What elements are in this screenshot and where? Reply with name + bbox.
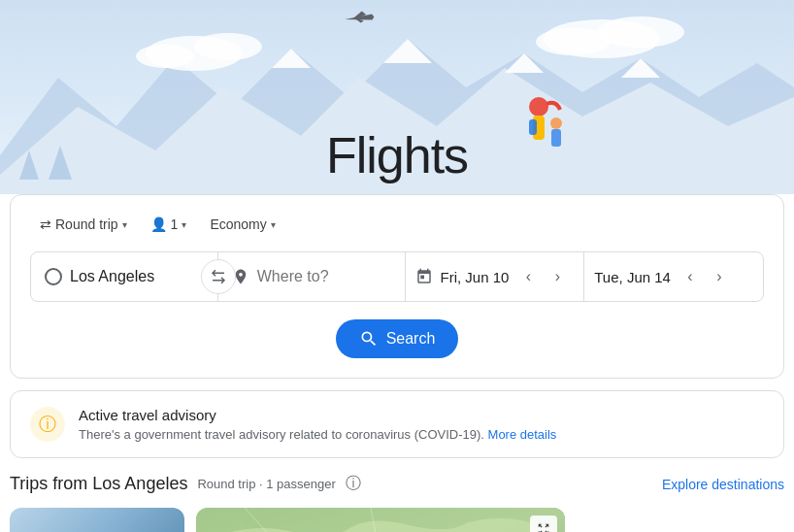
person-icon: 👤 [150, 216, 167, 232]
return-date-label: Tue, Jun 14 [594, 269, 671, 285]
depart-date-nav: ‹ › [514, 263, 571, 290]
depart-date-label: Fri, Jun 10 [441, 269, 510, 285]
cabin-class-chevron: ▾ [271, 219, 276, 230]
trips-section: Trips from Los Angeles Round trip · 1 pa… [0, 474, 794, 532]
swap-icon: ⇄ [40, 216, 51, 232]
trip-type-chevron: ▾ [122, 219, 127, 230]
depart-next-button[interactable]: › [544, 263, 571, 290]
advisory-content: Active travel advisory There's a governm… [79, 407, 556, 442]
hero-section: Flights [0, 0, 794, 194]
expand-icon [537, 522, 550, 532]
search-panel: ⇄ Round trip ▾ 👤 1 ▾ Economy ▾ [10, 194, 784, 379]
return-date-nav: ‹ › [677, 263, 733, 290]
passengers-label: 1 [171, 216, 179, 232]
trips-title-group: Trips from Los Angeles Round trip · 1 pa… [10, 474, 361, 494]
map-svg [196, 508, 565, 532]
origin-icon [45, 268, 62, 285]
svg-point-10 [194, 33, 262, 60]
origin-input-group[interactable] [31, 252, 218, 301]
search-options-row: ⇄ Round trip ▾ 👤 1 ▾ Economy ▾ [30, 211, 764, 238]
trips-meta: Round trip · 1 passenger [197, 477, 335, 491]
depart-prev-button[interactable]: ‹ [514, 263, 542, 290]
svg-point-19 [529, 97, 548, 116]
destination-input[interactable] [257, 268, 391, 285]
passengers-chevron: ▾ [182, 219, 186, 230]
explore-destinations-link[interactable]: Explore destinations [662, 477, 784, 492]
passengers-button[interactable]: 👤 1 ▾ [141, 211, 197, 238]
trip-type-button[interactable]: ⇄ Round trip ▾ [30, 211, 137, 238]
hero-title-area: Flights [0, 126, 794, 184]
page-title: Flights [0, 126, 794, 184]
svg-point-11 [136, 45, 194, 68]
return-prev-button[interactable]: ‹ [677, 263, 704, 290]
return-date-group[interactable]: Tue, Jun 14 ‹ › [584, 252, 763, 301]
search-label: Search [386, 330, 436, 348]
search-inputs-container: Fri, Jun 10 ‹ › Tue, Jun 14 ‹ › [30, 251, 764, 302]
advisory-message: There's a government travel advisory rel… [79, 427, 556, 442]
trips-cards: New York Nov 24 – Dec 2 [10, 508, 784, 532]
trips-title: Trips from Los Angeles [10, 474, 187, 494]
svg-point-13 [597, 17, 684, 48]
trips-header: Trips from Los Angeles Round trip · 1 pa… [10, 474, 784, 494]
trip-card-map[interactable] [196, 508, 565, 532]
trip-type-label: Round trip [55, 216, 118, 232]
search-btn-row: Search [30, 319, 764, 358]
depart-date-group[interactable]: Fri, Jun 10 ‹ › [406, 252, 585, 301]
advisory-link[interactable]: More details [488, 427, 557, 442]
swap-button[interactable] [201, 259, 236, 294]
trips-info-icon[interactable]: ⓘ [346, 474, 361, 494]
svg-point-14 [536, 28, 610, 55]
cabin-class-label: Economy [210, 216, 266, 232]
search-button[interactable]: Search [336, 319, 459, 358]
search-icon [359, 329, 379, 349]
origin-input[interactable] [70, 268, 204, 285]
map-expand-button[interactable] [530, 515, 557, 532]
destination-input-group[interactable] [218, 252, 406, 301]
advisory-banner: ⓘ Active travel advisory There's a gover… [10, 390, 784, 458]
trip-card-new-york[interactable]: New York Nov 24 – Dec 2 [10, 508, 184, 532]
return-next-button[interactable]: › [706, 263, 733, 290]
advisory-icon: ⓘ [30, 407, 65, 442]
calendar-icon [415, 268, 433, 285]
advisory-title: Active travel advisory [79, 407, 556, 423]
cabin-class-button[interactable]: Economy ▾ [200, 211, 284, 238]
